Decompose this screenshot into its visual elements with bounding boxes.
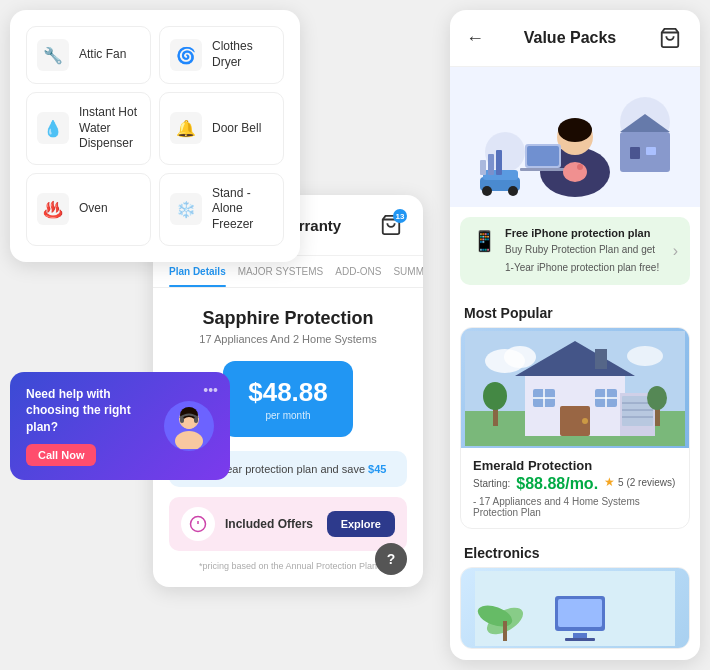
save-amount: $45 [368, 463, 386, 475]
cart-button[interactable] [656, 24, 684, 52]
freezer-icon: ❄️ [170, 193, 202, 225]
svg-rect-30 [480, 160, 486, 175]
svg-point-56 [647, 386, 667, 410]
avatar [164, 401, 214, 451]
tab-add-ons[interactable]: ADD-ONS [335, 256, 381, 287]
svg-rect-57 [595, 349, 607, 369]
promo-text: Free iPhone protection plan Buy Ruby Pro… [505, 227, 665, 275]
electronics-title: Electronics [450, 539, 700, 567]
electronics-card-image [461, 568, 689, 648]
vp-header: ← Value Packs [450, 10, 700, 67]
offers-icon [181, 507, 215, 541]
appliance-label: Clothes Dryer [212, 39, 273, 70]
pricing-note: *pricing based on the Annual Protection … [169, 561, 407, 571]
list-item[interactable]: 💧 Instant Hot Water Dispenser [26, 92, 151, 165]
svg-rect-61 [503, 621, 507, 641]
emerald-card-image [461, 328, 689, 448]
svg-rect-18 [527, 146, 559, 166]
iphone-icon: 📱 [472, 229, 497, 253]
cart-badge: 13 [393, 209, 407, 223]
tab-summary[interactable]: SUMMARY [393, 256, 423, 287]
emerald-card[interactable]: Emerald Protection Starting: $88.88/mo. … [460, 327, 690, 529]
help-text: Need help with choosing the right plan? [26, 386, 156, 436]
svg-point-41 [582, 418, 588, 424]
card-price: $88.88/mo. [516, 475, 598, 493]
appliance-label: Door Bell [212, 121, 261, 137]
svg-rect-24 [620, 132, 670, 172]
svg-rect-63 [558, 599, 602, 627]
price-period: per month [239, 410, 337, 421]
oven-icon: ♨️ [37, 193, 69, 225]
promo-title: Free iPhone protection plan [505, 227, 665, 239]
svg-point-54 [483, 382, 507, 410]
vp-hero-image [450, 67, 700, 207]
emerald-card-body: Emerald Protection Starting: $88.88/mo. … [461, 448, 689, 528]
hot-water-icon: 💧 [37, 112, 69, 144]
card-name: Emerald Protection [473, 458, 677, 473]
clothes-dryer-icon: 🌀 [170, 39, 202, 71]
svg-point-36 [627, 346, 663, 366]
svg-rect-64 [573, 633, 587, 638]
svg-point-22 [508, 186, 518, 196]
most-popular-title: Most Popular [450, 295, 700, 327]
appliance-grid: 🔧 Attic Fan 🌀 Clothes Dryer 💧 Instant Ho… [26, 26, 284, 246]
promo-banner[interactable]: 📱 Free iPhone protection plan Buy Ruby P… [460, 217, 690, 285]
page-title: Value Packs [524, 29, 617, 47]
svg-point-21 [482, 186, 492, 196]
svg-point-29 [577, 164, 583, 170]
price-box: $48.88 per month [223, 361, 353, 437]
dots-icon: ••• [203, 382, 218, 398]
svg-rect-32 [496, 150, 502, 175]
faq-button[interactable]: ? [375, 543, 407, 575]
svg-rect-26 [630, 147, 640, 159]
appliance-label: Attic Fan [79, 47, 126, 63]
list-item[interactable]: 🔔 Door Bell [159, 92, 284, 165]
list-item[interactable]: 🌀 Clothes Dryer [159, 26, 284, 84]
svg-rect-65 [565, 638, 595, 641]
chevron-right-icon: › [673, 242, 678, 260]
svg-rect-27 [646, 147, 656, 155]
svg-point-16 [558, 118, 592, 142]
help-bubble: Need help with choosing the right plan? … [10, 372, 230, 480]
plan-name: Sapphire Protection [169, 308, 407, 329]
price-amount: $48.88 [239, 377, 337, 408]
svg-point-35 [504, 346, 536, 368]
offers-label: Included Offers [225, 517, 317, 531]
star-rating: ★ 5 (2 reviews) [604, 475, 675, 489]
appliance-label: Instant Hot Water Dispenser [79, 105, 140, 152]
list-item[interactable]: 🔧 Attic Fan [26, 26, 151, 84]
svg-rect-19 [520, 168, 566, 171]
reviews-count: 5 (2 reviews) [618, 477, 675, 488]
cart-button[interactable]: 13 [375, 209, 407, 241]
help-text-area: Need help with choosing the right plan? … [26, 386, 156, 466]
svg-point-8 [182, 417, 196, 429]
explore-button[interactable]: Explore [327, 511, 395, 537]
back-button[interactable]: ← [466, 28, 484, 49]
svg-point-28 [563, 162, 587, 182]
appliance-popup: 🔧 Attic Fan 🌀 Clothes Dryer 💧 Instant Ho… [10, 10, 300, 262]
value-packs-panel: ← Value Packs [450, 10, 700, 660]
card-description: - 17 Appliances and 4 Home Systems Prote… [473, 496, 677, 518]
electronics-card[interactable] [460, 567, 690, 649]
starting-label: Starting: [473, 478, 510, 489]
offers-row: Included Offers Explore [169, 497, 407, 551]
appliance-label: Stand - Alone Freezer [212, 186, 273, 233]
svg-point-5 [175, 431, 203, 449]
plan-subtitle: 17 Appliances And 2 Home Systems [169, 333, 407, 345]
promo-desc: Buy Ruby Protection Plan and get 1-Year … [505, 244, 659, 273]
appliance-label: Oven [79, 201, 108, 217]
list-item[interactable]: ❄️ Stand - Alone Freezer [159, 173, 284, 246]
svg-rect-31 [488, 154, 494, 175]
list-item[interactable]: ♨️ Oven [26, 173, 151, 246]
attic-fan-icon: 🔧 [37, 39, 69, 71]
doorbell-icon: 🔔 [170, 112, 202, 144]
call-now-button[interactable]: Call Now [26, 444, 96, 466]
